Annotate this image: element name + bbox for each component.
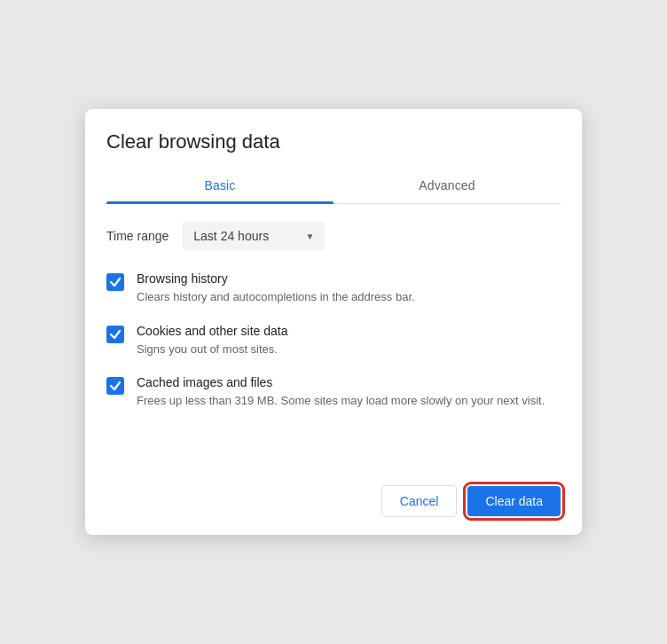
cookies-desc: Signs you out of most sites.	[137, 341, 287, 358]
check-icon	[109, 328, 122, 341]
check-icon	[109, 276, 122, 288]
cookies-checkbox-wrapper[interactable]	[106, 326, 124, 343]
time-range-row: Time range Last 24 hours ▼	[106, 222, 561, 250]
time-range-value: Last 24 hours	[193, 229, 269, 243]
time-range-select[interactable]: Last 24 hours ▼	[183, 222, 325, 250]
check-icon	[109, 380, 122, 392]
cookies-title: Cookies and other site data	[137, 324, 287, 338]
browsing-history-item: Browsing history Clears history and auto…	[106, 271, 561, 306]
cookies-item: Cookies and other site data Signs you ou…	[106, 324, 561, 358]
browsing-history-title: Browsing history	[137, 271, 415, 286]
cookies-checkbox[interactable]	[106, 326, 124, 343]
browsing-history-checkbox-wrapper[interactable]	[106, 273, 124, 291]
clear-data-button[interactable]: Clear data	[467, 486, 561, 516]
dialog-footer: Cancel Clear data	[85, 475, 582, 535]
cancel-button[interactable]: Cancel	[381, 485, 458, 517]
cache-item: Cached images and files Frees up less th…	[106, 375, 561, 410]
cache-title: Cached images and files	[137, 375, 545, 389]
dialog-header: Clear browsing data Basic Advanced	[85, 109, 582, 204]
tabs-container: Basic Advanced	[106, 168, 561, 204]
cache-desc: Frees up less than 319 MB. Some sites ma…	[137, 392, 545, 410]
cache-checkbox-wrapper[interactable]	[106, 377, 124, 395]
browsing-history-checkbox[interactable]	[106, 273, 124, 291]
tab-basic[interactable]: Basic	[106, 168, 334, 203]
dialog-title: Clear browsing data	[106, 130, 561, 153]
browsing-history-text: Browsing history Clears history and auto…	[137, 271, 415, 306]
dialog-body: Time range Last 24 hours ▼ Browsing hist…	[85, 204, 582, 475]
time-range-label: Time range	[106, 229, 169, 243]
cookies-text: Cookies and other site data Signs you ou…	[137, 324, 287, 358]
cache-text: Cached images and files Frees up less th…	[137, 375, 545, 410]
tab-advanced[interactable]: Advanced	[334, 168, 561, 203]
cache-checkbox[interactable]	[106, 377, 124, 395]
clear-browsing-data-dialog: Clear browsing data Basic Advanced Time …	[85, 109, 582, 535]
chevron-down-icon: ▼	[305, 232, 314, 241]
browsing-history-desc: Clears history and autocompletions in th…	[137, 288, 415, 306]
